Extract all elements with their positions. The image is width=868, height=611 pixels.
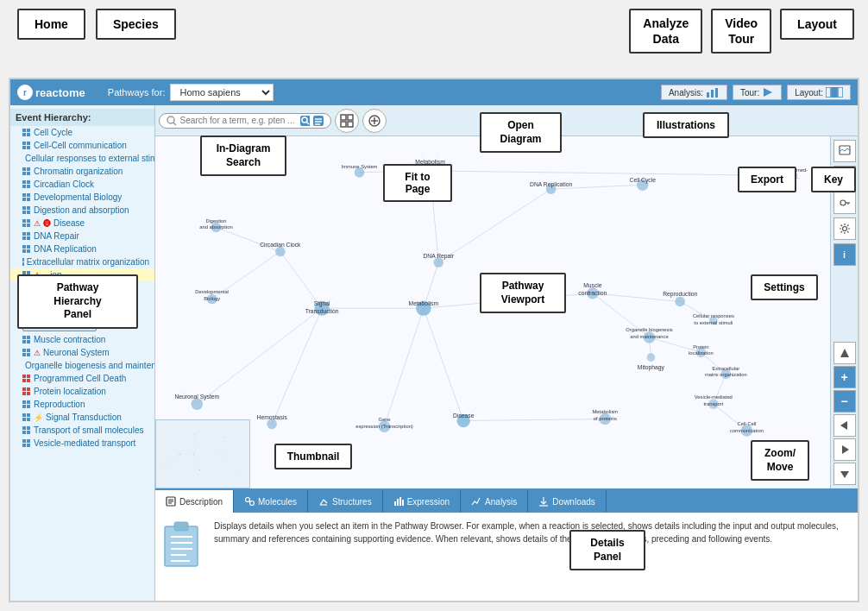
sidebar-item-chromatin[interactable]: Chromatin organization — [10, 165, 154, 178]
sidebar-item-muscle[interactable]: Muscle contraction — [10, 333, 154, 346]
svg-rect-101 — [22, 444, 26, 447]
svg-rect-29 — [22, 198, 26, 201]
svg-line-104 — [173, 123, 176, 125]
layout-button[interactable]: Layout — [780, 9, 854, 40]
export-btn[interactable] — [833, 166, 856, 188]
layout-header-btn[interactable]: Layout: — [787, 85, 851, 100]
met-rna-icon — [22, 297, 31, 306]
analyze-data-button[interactable]: Analyze Data — [629, 9, 702, 54]
svg-line-137 — [272, 308, 322, 424]
svg-rect-51 — [22, 271, 26, 274]
zoom-up-icon — [839, 347, 851, 359]
tab-molecules[interactable]: Molecules — [234, 490, 308, 513]
sidebar-item-programmed[interactable]: Programmed Cell Death — [10, 372, 154, 385]
zoom-plus-btn[interactable]: + — [833, 366, 856, 388]
thumbnail-area[interactable] — [155, 419, 250, 488]
sidebar-item-organelle[interactable]: Organelle biogenesis and maintenance — [10, 359, 154, 372]
svg-rect-19 — [22, 167, 26, 171]
sidebar-item-cell-cycle[interactable]: Cell Cycle — [10, 126, 154, 139]
tab-structures[interactable]: Structures — [308, 490, 383, 513]
sidebar-item-vesicle[interactable]: Vesicle-mediated transport — [10, 437, 154, 450]
sidebar-item-transport[interactable]: Transport of small molecules — [10, 424, 154, 437]
sidebar-item-reproduction[interactable]: Reproduction — [10, 398, 154, 411]
sidebar-item-cell-communication[interactable]: Cell-Cell communication — [10, 139, 154, 152]
svg-rect-67 — [22, 336, 26, 339]
tour-btn[interactable]: Tour: — [733, 85, 782, 100]
sidebar-item-neuronal[interactable]: ⚠ Neuronal System — [10, 346, 154, 359]
species-dropdown[interactable]: Homo sapiens — [170, 84, 274, 101]
move-right-btn[interactable] — [833, 438, 856, 461]
svg-text:Biology: Biology — [204, 296, 220, 301]
sidebar-item-circadian[interactable]: Circadian Clock — [10, 178, 154, 191]
sidebar-item-mitophagy[interactable]: Mitophagy Metabolism of RNA — [10, 307, 154, 333]
svg-rect-79 — [22, 375, 26, 378]
svg-rect-93 — [22, 418, 26, 421]
svg-rect-39 — [22, 232, 26, 236]
species-button[interactable]: Species — [96, 9, 176, 40]
fit-page-btn[interactable] — [335, 109, 359, 133]
sidebar-item-disease[interactable]: ⚠ 🅤 Disease — [10, 217, 154, 230]
sidebar-item-immune[interactable]: ⚠ ...ion — [10, 268, 154, 281]
svg-rect-60 — [27, 297, 30, 300]
svg-rect-46 — [27, 249, 30, 253]
molecules-tab-icon — [244, 496, 255, 507]
svg-rect-5 — [832, 87, 837, 98]
search-box[interactable] — [159, 113, 331, 129]
home-button[interactable]: Home — [17, 9, 85, 40]
svg-rect-47 — [22, 258, 24, 261]
move-left-btn[interactable] — [833, 414, 856, 437]
svg-rect-6 — [838, 87, 843, 98]
pathways-for-label: Pathways for: — [108, 87, 166, 98]
zoom-minus-btn[interactable]: − — [833, 390, 856, 413]
analysis-label: Analysis: — [669, 88, 703, 98]
video-tour-button[interactable]: Video Tour — [711, 9, 771, 54]
svg-point-171 — [647, 353, 656, 362]
svg-rect-98 — [27, 431, 30, 434]
tab-description[interactable]: Description — [155, 490, 234, 513]
search-input[interactable] — [180, 116, 297, 125]
app-logo: r reactome — [17, 85, 85, 100]
search-list-icon[interactable] — [313, 116, 324, 126]
sidebar-item-developmental[interactable]: Developmental Biology — [10, 191, 154, 204]
sidebar-item-dna-repair[interactable]: DNA Repair — [10, 230, 154, 243]
tab-expression[interactable]: Expression — [383, 490, 461, 513]
svg-rect-8 — [27, 129, 30, 132]
export-icon — [839, 171, 851, 183]
tour-label: Tour: — [740, 88, 759, 98]
illustration-btn[interactable] — [833, 140, 856, 162]
svg-rect-23 — [22, 180, 26, 184]
clipboard-svg — [162, 520, 201, 570]
sidebar-item-protein[interactable]: Protein localization — [10, 385, 154, 398]
sidebar-item-extracellular[interactable]: Extracellular matrix organization — [10, 255, 154, 268]
tab-analysis[interactable]: Analysis — [461, 490, 528, 513]
svg-rect-72 — [27, 349, 30, 352]
svg-rect-45 — [22, 249, 26, 253]
move-down-btn[interactable] — [833, 463, 856, 485]
svg-rect-70 — [27, 340, 30, 343]
search-go-icon[interactable] — [300, 116, 311, 126]
svg-rect-4 — [826, 87, 831, 98]
svg-rect-83 — [22, 387, 26, 391]
svg-rect-97 — [22, 431, 26, 434]
tab-downloads[interactable]: Downloads — [528, 490, 606, 513]
transport-icon — [22, 426, 31, 435]
svg-point-252 — [246, 498, 250, 502]
app-body: Event Hierarchy: Cell Cycle Cell-Cell co… — [10, 105, 858, 601]
analysis-btn[interactable]: Analysis: — [661, 85, 727, 100]
svg-line-139 — [216, 228, 280, 252]
settings-btn[interactable] — [833, 217, 856, 240]
zoom-up-btn[interactable] — [833, 342, 856, 364]
sidebar-item-metabolism-rna[interactable]: Metabolism of RNA — [10, 294, 154, 307]
sidebar-item-metabolism[interactable]: Metabolism — [10, 281, 154, 294]
sidebar-item-dna-replication[interactable]: DNA Replication — [10, 243, 154, 255]
svg-rect-115 — [348, 122, 353, 127]
info-btn[interactable]: i — [833, 243, 856, 266]
mitophagy-badge: Metabolism of RNA — [22, 321, 97, 331]
sidebar-item-cellular-responses[interactable]: Cellular responses to external stimuli — [10, 152, 154, 165]
sidebar-item-digestion[interactable]: Digestion and absorption — [10, 204, 154, 217]
key-btn[interactable] — [833, 192, 856, 214]
pathway-canvas[interactable]: Metabolism of RNA Signal Transduction Me… — [155, 136, 830, 488]
sidebar-item-signal[interactable]: ⚡ Signal Transduction — [10, 411, 154, 424]
open-diagram-btn[interactable] — [362, 109, 387, 133]
svg-point-232 — [179, 454, 179, 455]
